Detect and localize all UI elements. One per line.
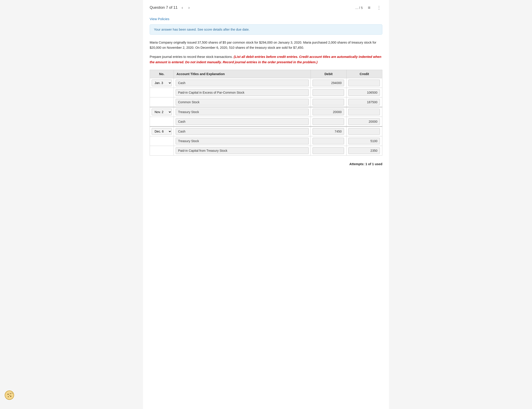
date-select[interactable]: Jan. 3Nov. 2Dec. 6 [152, 109, 172, 115]
journal-table: No. Account Titles and Explanation Debit… [150, 70, 382, 155]
score-indicator: ... / 5 [355, 6, 363, 9]
header-debit: Debit [311, 70, 347, 78]
table-cell-credit [347, 88, 382, 97]
debit-input[interactable] [313, 99, 344, 106]
debit-input[interactable] [313, 138, 344, 144]
account-title-input[interactable] [176, 118, 309, 125]
account-title-input[interactable] [176, 128, 309, 135]
credit-input[interactable] [348, 138, 380, 144]
svg-point-5 [10, 395, 10, 396]
table-row [150, 146, 382, 155]
account-title-input[interactable] [176, 80, 309, 86]
table-row [150, 97, 382, 107]
debit-input[interactable] [313, 109, 344, 115]
table-cell-account [174, 97, 311, 107]
table-cell-date: Jan. 3Nov. 2Dec. 6 [150, 78, 174, 88]
svg-point-6 [12, 393, 12, 394]
credit-input[interactable] [348, 89, 380, 96]
account-title-input[interactable] [176, 109, 309, 115]
next-question-button[interactable]: › [187, 5, 191, 10]
table-cell-credit [347, 117, 382, 127]
more-options-button[interactable]: ⋮ [376, 4, 382, 11]
credit-input[interactable] [348, 118, 380, 125]
table-cell-account [174, 78, 311, 88]
table-cell-account [174, 127, 311, 136]
table-cell-date [150, 136, 174, 146]
header-no: No. [150, 70, 174, 78]
debit-input[interactable] [313, 80, 344, 86]
problem-text: Maria Company originally issued 37,500 s… [150, 40, 382, 50]
page-wrapper: Question 7 of 11 ‹ › ... / 5 ≡ ⋮ View Po… [143, 0, 389, 409]
svg-point-1 [8, 394, 9, 395]
table-cell-date [150, 146, 174, 155]
table-cell-debit [311, 117, 347, 127]
table-cell-debit [311, 146, 347, 155]
table-cell-credit [347, 107, 382, 117]
table-row: Jan. 3Nov. 2Dec. 6 [150, 78, 382, 88]
table-cell-account [174, 107, 311, 117]
table-row: Jan. 3Nov. 2Dec. 6 [150, 107, 382, 117]
view-policies-link[interactable]: View Policies [150, 17, 169, 21]
table-cell-account [174, 146, 311, 155]
account-title-input[interactable] [176, 138, 309, 144]
top-bar-left: Question 7 of 11 ‹ › [150, 5, 191, 10]
list-icon-button[interactable]: ≡ [367, 5, 371, 11]
top-bar-right: ... / 5 ≡ ⋮ [355, 4, 382, 11]
table-cell-account [174, 88, 311, 97]
date-select[interactable]: Jan. 3Nov. 2Dec. 6 [152, 128, 172, 135]
table-cell-credit [347, 127, 382, 136]
credit-input[interactable] [348, 147, 380, 154]
table-cell-account [174, 136, 311, 146]
header-credit: Credit [347, 70, 382, 78]
table-cell-debit [311, 107, 347, 117]
table-cell-date [150, 117, 174, 127]
table-cell-account [174, 117, 311, 127]
table-row [150, 88, 382, 97]
table-cell-credit [347, 97, 382, 107]
table-header-row: No. Account Titles and Explanation Debit… [150, 70, 382, 78]
date-select[interactable]: Jan. 3Nov. 2Dec. 6 [152, 80, 172, 86]
table-row: Jan. 3Nov. 2Dec. 6 [150, 127, 382, 136]
account-title-input[interactable] [176, 147, 309, 154]
debit-input[interactable] [313, 89, 344, 96]
table-row [150, 117, 382, 127]
attempts-line: Attempts: 1 of 1 used [150, 162, 382, 166]
table-cell-credit [347, 78, 382, 88]
credit-input[interactable] [348, 80, 380, 86]
instruction-line: Prepare journal entries to record these … [150, 54, 382, 64]
instruction-static: Prepare journal entries to record these … [150, 55, 233, 59]
prev-question-button[interactable]: ‹ [180, 5, 184, 10]
table-cell-debit [311, 97, 347, 107]
table-cell-debit [311, 88, 347, 97]
table-row [150, 136, 382, 146]
table-cell-date [150, 88, 174, 97]
table-cell-credit [347, 136, 382, 146]
account-title-input[interactable] [176, 99, 309, 106]
table-cell-credit [347, 146, 382, 155]
svg-point-4 [8, 396, 9, 397]
debit-input[interactable] [313, 147, 344, 154]
credit-input[interactable] [348, 128, 380, 135]
debit-input[interactable] [313, 118, 344, 125]
cookie-icon[interactable] [4, 390, 14, 400]
svg-point-3 [10, 396, 11, 397]
credit-input[interactable] [348, 99, 380, 106]
table-cell-date: Jan. 3Nov. 2Dec. 6 [150, 127, 174, 136]
table-cell-debit [311, 127, 347, 136]
question-label: Question 7 of 11 [150, 5, 178, 10]
top-bar: Question 7 of 11 ‹ › ... / 5 ≡ ⋮ [150, 4, 382, 13]
svg-point-2 [10, 393, 11, 394]
saved-banner: Your answer has been saved. See score de… [150, 24, 382, 35]
credit-input[interactable] [348, 109, 380, 115]
account-title-input[interactable] [176, 89, 309, 96]
table-cell-date [150, 97, 174, 107]
debit-input[interactable] [313, 128, 344, 135]
header-account-title: Account Titles and Explanation [174, 70, 311, 78]
table-cell-debit [311, 136, 347, 146]
table-cell-debit [311, 78, 347, 88]
table-cell-date: Jan. 3Nov. 2Dec. 6 [150, 107, 174, 117]
